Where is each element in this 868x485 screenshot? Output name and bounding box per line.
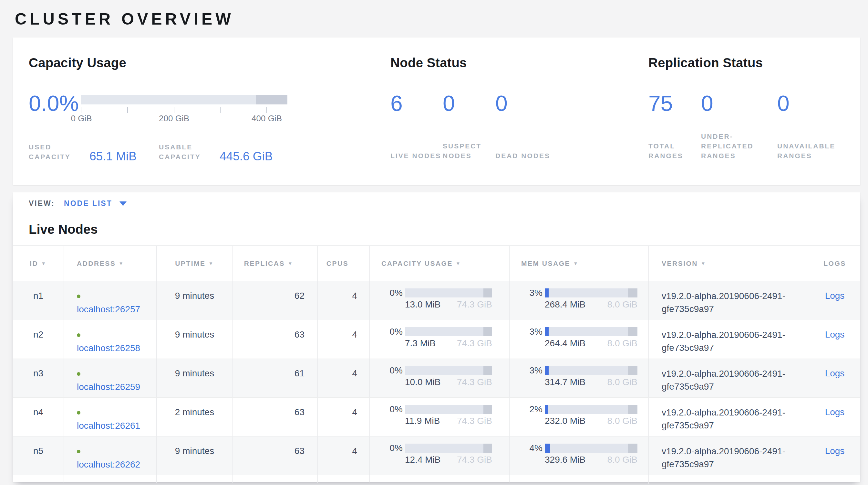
capacity-bar-chart: 0 GiB 200 GiB 400 GiB [81, 95, 287, 123]
view-selector[interactable]: NODE LIST [64, 199, 113, 208]
mem-usage-cell: 2% 232.0 MiB 8.0 GiB [509, 398, 648, 436]
column-header-mem-usage[interactable]: MEM USAGE ▼ [509, 246, 648, 281]
capacity-usage-meter: 0% 10.0 MiB 74.3 GiB [370, 366, 509, 388]
column-header-capacity-usage[interactable]: CAPACITY USAGE ▼ [369, 246, 509, 281]
capacity-usage-title: Capacity Usage [29, 56, 377, 70]
column-header-cpus: CPUS [317, 246, 369, 281]
capacity-dark-segment [484, 366, 492, 375]
capacity-bar [405, 444, 492, 453]
node-address-link[interactable]: localhost:26258 [77, 343, 140, 353]
summary-panel: Capacity Usage 0.0% 0 GiB [13, 37, 860, 185]
under-replicated-ranges-stat: 0 UNDER-REPLICATED RANGES [701, 90, 777, 161]
live-status-dot [77, 372, 81, 376]
column-header-address[interactable]: ADDRESS ▼ [64, 246, 156, 281]
capacity-usage-cell: 0% 13.0 MiB 74.3 GiB [369, 281, 509, 320]
node-address-link[interactable]: localhost:26261 [77, 421, 140, 431]
mem-used-value: 329.6 MiB [545, 454, 585, 465]
mem-used-value: 232.0 MiB [545, 416, 585, 426]
version-cell: v19.2.0-alpha.20190606-2491-gfe735c9a97 [648, 398, 809, 436]
uptime-cell: 9 minutes [156, 359, 232, 397]
suspect-nodes-stat: 0 SUSPECT NODES [443, 90, 495, 161]
capacity-dark-segment [484, 288, 492, 297]
logs-link[interactable]: Logs [825, 407, 845, 417]
mem-usage-cell: 3% 268.4 MiB 8.0 GiB [509, 281, 648, 320]
replication-status-title: Replication Status [648, 56, 860, 70]
logs-link[interactable]: Logs [825, 368, 845, 378]
capacity-usage-meter: 0% 13.0 MiB 74.3 GiB [370, 288, 509, 310]
page-title: CLUSTER OVERVIEW [15, 10, 860, 28]
mem-bar [545, 444, 638, 453]
replicas-cell: 63 [232, 398, 317, 436]
axis-tick-label: 0 GiB [71, 113, 92, 123]
cluster-overview-page: CLUSTER OVERVIEW Capacity Usage 0.0% [0, 0, 868, 482]
replicas-cell: 63 [232, 436, 317, 475]
mem-percent-label: 4% [509, 444, 542, 465]
dropdown-caret-icon[interactable] [120, 201, 127, 206]
node-address-link[interactable]: localhost:26262 [77, 459, 140, 469]
capacity-axis-labels: 0 GiB 200 GiB 400 GiB [81, 113, 287, 123]
mem-fill [545, 405, 548, 414]
logs-link[interactable]: Logs [825, 446, 845, 456]
live-status-dot [77, 294, 81, 298]
node-address-cell: localhost:26259 [64, 359, 156, 397]
live-nodes-value: 6 [391, 90, 443, 116]
column-header-logs: LOGS [809, 246, 860, 281]
capacity-total-value: 74.3 GiB [457, 299, 492, 310]
capacity-usage-cell: 0% 7.3 MiB 74.3 GiB [369, 320, 509, 359]
mem-fill [545, 444, 550, 453]
mem-percent-label: 3% [509, 288, 542, 310]
node-address-link[interactable]: localhost:26259 [77, 382, 140, 392]
capacity-bar [405, 288, 492, 297]
partial-next-row [13, 475, 860, 482]
mem-total-value: 8.0 GiB [608, 338, 638, 349]
capacity-axis-ticks [81, 105, 287, 113]
live-status-dot [77, 411, 81, 415]
uptime-cell: 9 minutes [156, 436, 232, 475]
cpus-cell: 4 [317, 359, 369, 397]
capacity-bar [81, 95, 287, 105]
replication-stats: 75 TOTAL RANGES 0 UNDER-REPLICATED RANGE… [648, 90, 860, 161]
used-capacity-value: 65.1 MiB [89, 150, 136, 162]
sort-icon[interactable]: ▼ [41, 261, 46, 266]
replicas-cell: 62 [232, 281, 317, 320]
capacity-total-value: 74.3 GiB [457, 454, 492, 465]
node-address-cell: localhost:26261 [64, 398, 156, 436]
sort-icon[interactable]: ▼ [573, 261, 579, 266]
dead-nodes-value: 0 [495, 90, 560, 116]
column-header-replicas[interactable]: REPLICAS ▼ [232, 246, 317, 281]
capacity-bar [405, 366, 492, 375]
mem-usage-meter: 3% 268.4 MiB 8.0 GiB [509, 288, 648, 310]
mem-fill [545, 327, 549, 336]
sort-icon[interactable]: ▼ [119, 261, 124, 266]
column-header-uptime[interactable]: UPTIME ▼ [156, 246, 232, 281]
mem-bar [545, 327, 638, 336]
unavailable-ranges-value: 0 [777, 90, 860, 116]
sort-icon[interactable]: ▼ [288, 261, 293, 266]
capacity-usage-cell: 0% 12.4 MiB 74.3 GiB [369, 436, 509, 475]
logs-link[interactable]: Logs [825, 330, 845, 340]
column-header-version[interactable]: VERSION ▼ [648, 246, 809, 281]
logs-link[interactable]: Logs [825, 291, 845, 301]
node-address-cell: localhost:26258 [64, 320, 156, 359]
sort-icon[interactable]: ▼ [701, 257, 706, 270]
node-id-cell: n5 [13, 436, 64, 475]
capacity-used-value: 13.0 MiB [405, 299, 441, 310]
used-capacity-label: USED CAPACITY [29, 142, 84, 162]
sort-icon[interactable]: ▼ [208, 261, 214, 266]
suspect-nodes-value: 0 [443, 90, 495, 116]
capacity-usage-meter: 0% 11.9 MiB 74.3 GiB [370, 405, 509, 426]
sort-icon[interactable]: ▼ [456, 261, 461, 266]
mem-dark-segment [628, 366, 638, 375]
table-row: n2 localhost:26258 9 minutes 63 4 0% 7.3… [13, 320, 860, 359]
live-nodes-stat: 6 LIVE NODES [391, 90, 443, 161]
mem-percent-label: 3% [509, 327, 542, 349]
uptime-cell: 2 minutes [156, 398, 232, 436]
capacity-used-value: 11.9 MiB [405, 416, 440, 426]
version-cell: v19.2.0-alpha.20190606-2491-gfe735c9a97 [648, 281, 809, 320]
column-header-id[interactable]: ID ▼ [13, 246, 64, 281]
uptime-cell: 9 minutes [156, 281, 232, 320]
table-row: n4 localhost:26261 2 minutes 63 4 0% 11.… [13, 397, 860, 436]
node-address-link[interactable]: localhost:26257 [77, 304, 140, 314]
table-body: n1 localhost:26257 9 minutes 62 4 0% 13.… [13, 281, 860, 475]
used-capacity-stat: USED CAPACITY 65.1 MiB [29, 142, 159, 162]
